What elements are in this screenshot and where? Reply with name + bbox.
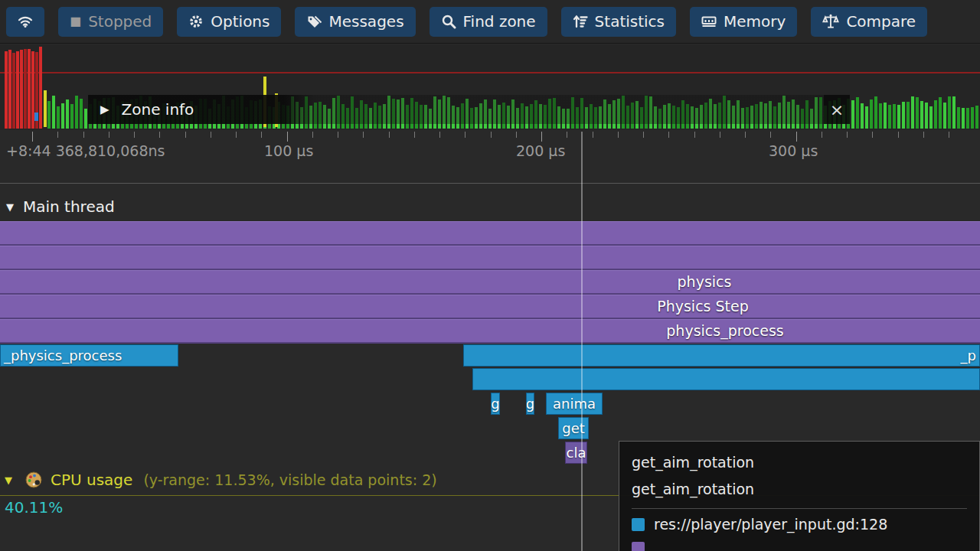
frame-bar [865,106,868,129]
frame-bar [966,108,969,129]
cpu-usage-meta: (y-range: 11.53%, visible data points: 2… [143,471,436,488]
frame-bar [861,103,864,129]
time-ruler[interactable]: +8:44 368,810,068ns 100 µs 200 µs 300 µs [0,132,980,167]
frame-bar [952,96,956,129]
stop-icon: ■ [70,15,81,28]
options-button[interactable]: Options [177,7,281,37]
ruler-tick [185,132,186,138]
ruler-tick [83,132,84,138]
ruler-tick [134,132,135,138]
collapse-triangle-icon: ▼ [5,474,12,486]
zone-physics-process-left[interactable]: _physics_process [0,344,178,367]
zone-label: g [491,396,499,412]
wifi-icon [18,14,33,29]
close-icon[interactable]: × [824,95,850,124]
ruler-tick [796,132,797,142]
ruler-tick [770,132,771,138]
zone-color-swatch-purple [632,542,645,551]
zone-anima[interactable]: anima [546,393,603,415]
zone-small-g1[interactable]: g [491,393,500,415]
memory-label: Memory [724,12,786,31]
ruler-tick [694,132,695,138]
toolbar: ■ Stopped Options Messages Find zone [0,0,980,44]
zone-label-physics-process: physics_process [666,322,783,339]
palette-icon [24,471,43,489]
zone-label: anima [553,396,596,412]
ruler-tick [363,132,364,138]
slow-frame-bar [39,47,42,129]
search-icon [441,14,456,29]
ruler-tick [872,132,873,138]
ruler-tick [491,132,492,138]
options-label: Options [211,12,270,31]
zone-info-window-titlebar[interactable]: ▶ Zone info × [88,95,850,124]
tick-label-100us: 100 µs [264,142,313,159]
compare-button[interactable]: Compare [811,7,927,37]
frame-bar [57,106,60,129]
frame-bar [962,108,965,129]
ruler-tick [745,132,746,138]
zone-label-physics: physics [678,273,732,290]
ruler-tick [389,132,390,138]
ruler-tick [898,132,899,138]
zone-cla[interactable]: cla [565,442,587,464]
ruler-tick [109,132,109,138]
compare-label: Compare [846,12,916,31]
tick-label-200us: 200 µs [516,142,565,159]
zone-info-title: Zone info [122,100,194,119]
messages-button[interactable]: Messages [295,7,415,37]
ruler-tick [847,132,848,138]
zone-get[interactable]: get [558,417,589,439]
tooltip-separator [632,508,967,509]
frame-bar [70,104,74,129]
tags-icon [306,14,322,29]
zone-stack-purple[interactable] [0,221,980,344]
statistics-button[interactable]: Statistics [561,7,676,37]
find-zone-button[interactable]: Find zone [430,7,547,37]
slow-frame-bar [16,51,19,129]
zone-child-row2[interactable] [472,368,980,390]
ruler-separator [0,183,980,184]
statistics-icon [573,14,588,29]
ruler-tick [822,132,822,138]
frame-time-graph[interactable]: ▶ Zone info × [0,44,980,130]
ruler-tick [541,132,542,142]
zone-label: get [562,420,585,436]
memory-icon [701,14,717,29]
cpu-usage-header[interactable]: ▼ CPU usage (y-range: 11.53%, visible da… [5,471,437,489]
ruler-tick [643,132,644,138]
frame-bar [948,96,951,129]
ruler-tick [261,132,262,138]
zone-label: cla [567,445,586,461]
ruler-tick [414,132,415,138]
memory-button[interactable]: Memory [690,7,797,37]
frame-bar [874,96,877,129]
frame-bar [957,107,960,129]
main-thread-header[interactable]: ▼ Main thread [6,197,115,216]
tooltip-function-name: get_aim_rotation [632,476,967,503]
frame-bar [906,102,910,129]
ruler-tick [923,132,924,138]
frame-bar [884,103,887,129]
gear-icon [188,14,204,29]
main-thread-label: Main thread [23,197,115,216]
zone-physics-process-right[interactable]: _p [463,344,980,367]
compare-scales-icon [822,13,839,30]
zone-small-g2[interactable]: g [526,393,534,415]
frame-marker-yellow [44,90,47,127]
time-origin-label: +8:44 368,810,068ns [6,142,165,159]
ruler-tick [338,132,338,138]
stopped-button[interactable]: ■ Stopped [58,7,163,37]
tooltip-zone-name: get_aim_rotation [632,449,967,476]
frame-bar [911,96,914,129]
ruler-tick [516,132,517,138]
ruler-tick [567,132,567,138]
frame-bar [893,104,896,129]
frame-bar [971,107,974,129]
zone-label: g [526,396,534,412]
frame-bar [934,100,937,129]
connection-button[interactable] [6,7,44,37]
ruler-tick [287,132,288,142]
slow-frame-bars [5,44,46,129]
frame-bar [47,101,51,129]
